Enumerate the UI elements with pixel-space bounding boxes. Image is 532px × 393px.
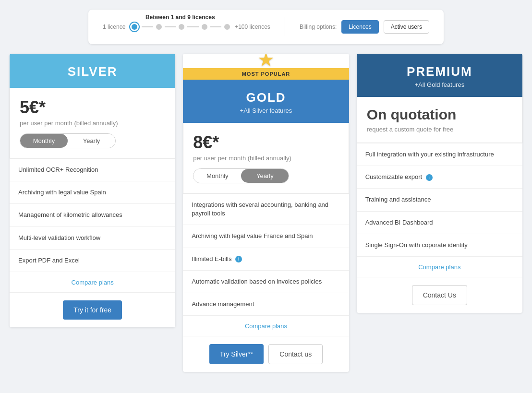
cta-row-gold: Try Silver**Contact us	[183, 336, 349, 372]
price-period-silver: per user per month (billed annually)	[20, 119, 165, 127]
plan-card-gold: ★ MOST POPULAR GOLD +All Silver features…	[183, 54, 349, 372]
feature-row-premium-2: Training and assistance	[357, 188, 522, 211]
feature-text-silver-2: Management of kilometric allowances	[18, 211, 122, 218]
toggle-group-gold: Monthly Yearly	[193, 168, 289, 183]
license-min-label: 1 licence	[103, 24, 125, 30]
license-left: 1 licence Between 1 and 9 licences +100 …	[103, 23, 270, 31]
billing-options: Billing options: Licences Active users	[300, 20, 429, 34]
slider-wrapper: Between 1 and 9 licences	[130, 23, 230, 31]
feature-row-premium-3: Advanced BI Dashboard	[357, 211, 522, 234]
plan-name-gold: GOLD	[191, 90, 341, 105]
feature-row-silver-3: Multi-level validation workflow	[10, 226, 175, 249]
feature-text-gold-4: Advance management	[192, 300, 254, 308]
price-box-silver: 5€* per user per month (billed annually)…	[10, 88, 175, 158]
toggle-yearly-silver[interactable]: Yearly	[68, 134, 115, 148]
dot-line-3	[187, 26, 198, 27]
feature-row-gold-0: Integrations with several accounting, ba…	[183, 193, 349, 225]
plan-header-premium: PREMIUM +All Gold features	[357, 54, 522, 97]
plan-card-silver: SILVER 5€* per user per month (billed an…	[10, 54, 175, 327]
compare-row-premium: Compare plans	[357, 256, 522, 277]
plan-name-premium: PREMIUM	[364, 64, 515, 79]
feature-row-silver-0: Unlimited OCR+ Recognition	[10, 158, 175, 181]
feature-text-silver-1: Archiving with legal value Spain	[18, 189, 106, 196]
feature-text-gold-1: Archiving with legal value France and Sp…	[192, 232, 313, 239]
plan-header-gold: GOLD +All Silver features	[183, 80, 349, 123]
feature-row-silver-2: Management of kilometric allowances	[10, 203, 175, 226]
dot-line-4	[210, 26, 221, 27]
compare-link-silver[interactable]: Compare plans	[72, 279, 114, 286]
price-period-gold: per user per month (billed annually)	[193, 155, 339, 162]
star-icon: ★	[257, 54, 275, 69]
price-amount-silver: 5€*	[20, 97, 165, 118]
feature-text-premium-2: Training and assistance	[365, 196, 431, 203]
cta-row-silver: Try it for free	[10, 292, 175, 327]
feature-text-premium-1: Customizable export	[365, 173, 423, 180]
feature-row-premium-4: Single Sign-On with coporate identity	[357, 234, 522, 256]
billing-active-users-btn[interactable]: Active users	[384, 20, 429, 34]
compare-link-premium[interactable]: Compare plans	[418, 263, 460, 271]
feature-row-gold-2: Illimited E-bills i	[183, 248, 349, 270]
info-icon-premium-1[interactable]: i	[426, 174, 433, 181]
compare-row-silver: Compare plans	[10, 272, 175, 292]
feature-row-gold-4: Advance management	[183, 293, 349, 315]
compare-row-gold: Compare plans	[183, 315, 349, 336]
dot-5[interactable]	[224, 24, 230, 30]
gold-wrapper: ★ MOST POPULAR GOLD +All Silver features	[183, 68, 349, 123]
feature-text-premium-3: Advanced BI Dashboard	[365, 219, 433, 226]
dot-2[interactable]	[156, 24, 162, 30]
feature-text-premium-0: Full integration with your existing infr…	[365, 151, 494, 158]
feature-row-gold-1: Archiving with legal value France and Sp…	[183, 225, 349, 247]
slider-dots	[130, 23, 230, 31]
dot-3[interactable]	[179, 24, 184, 30]
plan-card-premium: PREMIUM +All Gold features On quotation …	[357, 54, 522, 313]
feature-row-gold-3: Automatic validation based on invoices p…	[183, 270, 349, 293]
cta-btn-silver-0[interactable]: Try it for free	[63, 300, 122, 320]
billing-licences-btn[interactable]: Licences	[341, 20, 378, 34]
plan-name-silver: SILVER	[17, 64, 168, 79]
slider-title: Between 1 and 9 licences	[145, 14, 215, 21]
feature-row-silver-1: Archiving with legal value Spain	[10, 181, 175, 203]
dot-line-1	[142, 26, 153, 27]
toggle-monthly-gold[interactable]: Monthly	[193, 169, 241, 183]
price-amount-gold: 8€*	[193, 132, 339, 153]
cta-btn-gold-0[interactable]: Try Silver**	[209, 344, 264, 364]
feature-row-premium-0: Full integration with your existing infr…	[357, 143, 522, 166]
feature-text-gold-2: Illimited E-bills	[192, 255, 231, 262]
cta-row-premium: Contact Us	[357, 277, 522, 313]
dot-line-2	[165, 26, 176, 27]
quotation-sub: request a custom quote for free	[367, 126, 512, 133]
feature-text-silver-0: Unlimited OCR+ Recognition	[18, 166, 98, 173]
feature-row-silver-4: Export PDF and Excel	[10, 249, 175, 272]
price-box-premium: On quotation request a custom quote for …	[357, 97, 522, 143]
price-box-gold: 8€* per user per month (billed annually)…	[183, 123, 349, 193]
quotation-text: On quotation	[367, 107, 512, 123]
license-max-label: +100 licences	[235, 24, 270, 30]
cta-btn-gold-1[interactable]: Contact us	[268, 344, 323, 364]
feature-text-gold-0: Integrations with several accounting, ba…	[192, 201, 328, 217]
dot-1[interactable]	[130, 23, 139, 31]
feature-text-premium-4: Single Sign-On with coporate identity	[365, 241, 468, 249]
plan-header-silver: SILVER	[10, 54, 175, 88]
billing-label: Billing options:	[300, 24, 337, 30]
plan-subtitle-gold: +All Silver features	[191, 107, 341, 114]
feature-text-silver-4: Export PDF and Excel	[18, 257, 80, 264]
feature-row-premium-1: Customizable export i	[357, 166, 522, 188]
plan-subtitle-premium: +All Gold features	[364, 81, 515, 88]
toggle-yearly-gold[interactable]: Yearly	[241, 169, 289, 183]
pricing-grid: SILVER 5€* per user per month (billed an…	[10, 54, 522, 372]
info-icon-gold-2[interactable]: i	[235, 256, 242, 262]
divider	[285, 17, 285, 36]
dot-4[interactable]	[202, 24, 207, 30]
feature-text-silver-3: Multi-level validation workflow	[18, 234, 100, 241]
cta-btn-premium-0[interactable]: Contact Us	[412, 285, 467, 305]
toggle-monthly-silver[interactable]: Monthly	[20, 134, 68, 148]
feature-text-gold-3: Automatic validation based on invoices p…	[192, 278, 322, 285]
license-bar: 1 licence Between 1 and 9 licences +100 …	[88, 10, 444, 44]
compare-link-gold[interactable]: Compare plans	[245, 322, 287, 330]
toggle-group-silver: Monthly Yearly	[20, 133, 116, 148]
